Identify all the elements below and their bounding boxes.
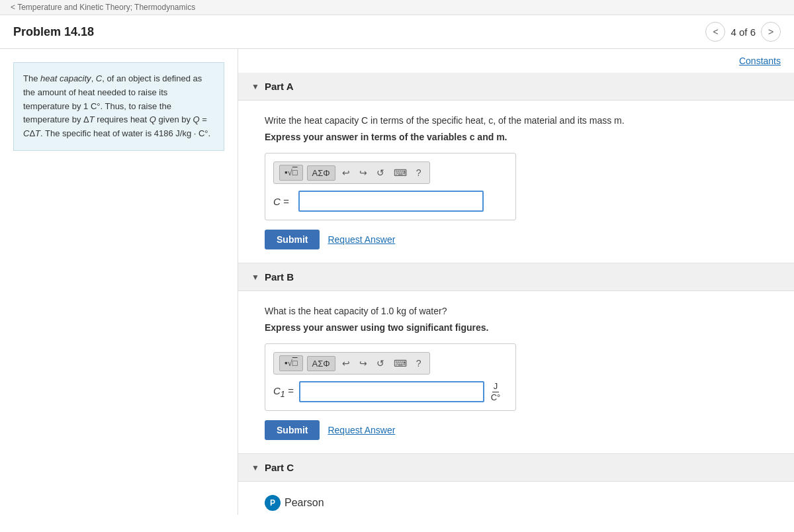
part-b-toolbar: ▪ √□ ΑΣΦ ↩ ↪ ↺ ⌨ ? <box>273 352 430 375</box>
part-a-actions: Submit Request Answer <box>265 230 768 249</box>
constants-link[interactable]: Constants <box>739 56 781 66</box>
undo-icon-b[interactable]: ↩ <box>339 357 353 370</box>
part-a-arrow: ▼ <box>251 82 259 91</box>
greek-button-a[interactable]: ΑΣΦ <box>307 165 335 181</box>
part-a-toolbar: ▪ √□ ΑΣΦ ↩ ↪ ↺ ⌨ ? <box>273 161 430 184</box>
keyboard-icon-a[interactable]: ⌨ <box>391 166 410 179</box>
next-button[interactable]: > <box>761 22 781 42</box>
part-b-label: Part B <box>265 271 294 283</box>
part-b-input-row: C1 = J C° <box>273 381 507 402</box>
part-a-section: ▼ Part A Write the heat capacity C in te… <box>238 73 794 263</box>
pearson-icon: P <box>265 495 281 511</box>
part-c-header[interactable]: ▼ Part C <box>238 454 794 482</box>
part-b-input[interactable] <box>299 381 484 402</box>
part-a-var-label: C = <box>273 196 293 207</box>
part-a-question: Write the heat capacity C in terms of th… <box>265 114 768 128</box>
part-a-content: Write the heat capacity C in terms of th… <box>238 101 794 263</box>
part-a-input-row: C = <box>273 191 507 212</box>
part-a-submit[interactable]: Submit <box>265 230 320 249</box>
sqrt-label-b: √□ <box>288 358 298 369</box>
part-c-section: ▼ Part C P Pearson <box>238 454 794 515</box>
greek-label-a: ΑΣΦ <box>312 168 330 178</box>
content-area: Constants ▼ Part A Write the heat capaci… <box>238 49 794 515</box>
prev-button[interactable]: < <box>705 22 725 42</box>
pearson-logo: P Pearson <box>265 495 324 511</box>
breadcrumb: < Temperature and Kinetic Theory; Thermo… <box>0 0 794 15</box>
refresh-icon-b[interactable]: ↺ <box>374 357 387 370</box>
part-b-actions: Submit Request Answer <box>265 420 768 440</box>
page-counter: 4 of 6 <box>730 26 756 38</box>
part-a-header[interactable]: ▼ Part A <box>238 73 794 101</box>
sqrt-button-b[interactable]: ▪ √□ <box>279 355 303 371</box>
part-a-request[interactable]: Request Answer <box>328 234 395 245</box>
pearson-text: Pearson <box>285 497 324 509</box>
part-b-arrow: ▼ <box>251 273 259 282</box>
redo-icon-a[interactable]: ↪ <box>357 166 370 179</box>
part-b-submit[interactable]: Submit <box>265 420 320 440</box>
greek-label-b: ΑΣΦ <box>312 359 330 369</box>
part-b-content: What is the heat capacity of 1.0 kg of w… <box>238 291 794 453</box>
part-b-answer-box: ▪ √□ ΑΣΦ ↩ ↪ ↺ ⌨ ? C1 = <box>265 343 516 411</box>
part-b-question: What is the heat capacity of 1.0 kg of w… <box>265 304 768 318</box>
page-title: Problem 14.18 <box>13 25 94 39</box>
undo-icon-a[interactable]: ↩ <box>339 166 353 179</box>
part-c-label: Part C <box>265 462 294 473</box>
part-c-content: P Pearson <box>238 482 794 515</box>
sqrt-button-a[interactable]: ▪ √□ <box>279 165 303 181</box>
part-a-instruction: Express your answer in terms of the vari… <box>265 132 768 142</box>
part-b-unit: J C° <box>490 381 502 402</box>
info-box: The heat capacity, C, of an object is de… <box>13 62 224 151</box>
redo-icon-b[interactable]: ↪ <box>357 357 370 370</box>
part-b-request[interactable]: Request Answer <box>328 425 395 435</box>
part-a-label: Part A <box>265 81 294 92</box>
help-icon-a[interactable]: ? <box>414 166 424 179</box>
part-a-input[interactable] <box>298 191 484 212</box>
main-layout: The heat capacity, C, of an object is de… <box>0 49 794 515</box>
part-b-section: ▼ Part B What is the heat capacity of 1.… <box>238 263 794 454</box>
greek-button-b[interactable]: ΑΣΦ <box>307 356 335 371</box>
part-b-header[interactable]: ▼ Part B <box>238 263 794 291</box>
help-icon-b[interactable]: ? <box>414 357 424 370</box>
pagination-nav: < 4 of 6 > <box>705 22 781 42</box>
part-a-answer-box: ▪ √□ ΑΣΦ ↩ ↪ ↺ ⌨ ? C = <box>265 153 516 220</box>
part-c-arrow: ▼ <box>251 463 259 472</box>
part-b-var-label: C1 = <box>273 385 294 399</box>
keyboard-icon-b[interactable]: ⌨ <box>391 357 410 370</box>
sqrt-label-a: √□ <box>288 167 298 178</box>
refresh-icon-a[interactable]: ↺ <box>374 166 387 179</box>
page-header: Problem 14.18 < 4 of 6 > <box>0 15 794 49</box>
constants-section: Constants <box>238 49 794 73</box>
part-b-instruction: Express your answer using two significan… <box>265 322 768 333</box>
sidebar: The heat capacity, C, of an object is de… <box>0 49 238 515</box>
